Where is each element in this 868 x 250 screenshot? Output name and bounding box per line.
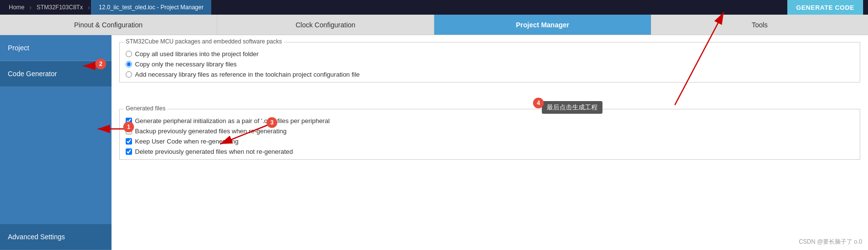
tab-clock[interactable]: Clock Configuration — [217, 15, 434, 35]
breadcrumb-arrow-2: › — [88, 3, 90, 11]
watermark: CSDN @要长脑子了 o.0 — [799, 238, 862, 246]
annotation-badge-3: 3 — [267, 117, 277, 128]
breadcrumb-chip[interactable]: STM32F103C8Tx — [33, 4, 87, 11]
generate-code-button[interactable]: GENERATE CODE — [787, 0, 863, 15]
breadcrumb-home[interactable]: Home — [5, 4, 28, 11]
checkbox-delete-prev-input[interactable] — [126, 148, 132, 155]
breadcrumb-project[interactable]: 12.0_iic_test_oled.ioc - Project Manager — [91, 0, 211, 15]
tab-project-manager[interactable]: Project Manager — [434, 15, 651, 35]
generated-section-title: Generated files — [124, 105, 167, 112]
radio-add-reference[interactable]: Add necessary library files as reference… — [126, 71, 854, 78]
tooltip-generate: 最后点击生成工程 — [542, 101, 602, 114]
radio-copy-necessary-label: Copy only the necessary library files — [135, 61, 237, 68]
generated-files-section: Generated files Generate peripheral init… — [119, 109, 860, 160]
radio-copy-necessary[interactable]: Copy only the necessary library files — [126, 61, 854, 68]
checkbox-backup-files-label: Backup previously generated files when r… — [135, 127, 287, 135]
sidebar-item-advanced-settings[interactable]: Advanced Settings — [0, 224, 111, 250]
sidebar: Project Code Generator Advanced Settings — [0, 35, 111, 250]
checkbox-keep-user-code-label: Keep User Code when re-generating — [135, 138, 239, 145]
sidebar-item-project[interactable]: Project — [0, 35, 111, 61]
checkbox-delete-prev[interactable]: Delete previously generated files when n… — [126, 148, 854, 155]
radio-copy-all-label: Copy all used libraries into the project… — [135, 50, 259, 58]
content-area: STM32Cube MCU packages and embedded soft… — [111, 35, 868, 250]
checkbox-group: Generate peripheral initialization as a … — [126, 113, 854, 155]
radio-copy-all-input[interactable] — [126, 51, 132, 57]
checkbox-gen-peripheral-label: Generate peripheral initialization as a … — [135, 117, 330, 125]
checkbox-backup-files[interactable]: Backup previously generated files when r… — [126, 127, 854, 135]
radio-add-reference-input[interactable] — [126, 71, 132, 78]
radio-add-reference-label: Add necessary library files as reference… — [135, 71, 360, 78]
radio-group: Copy all used libraries into the project… — [126, 46, 854, 78]
main-layout: Project Code Generator Advanced Settings… — [0, 35, 868, 250]
section-divider — [111, 88, 868, 103]
tab-tools[interactable]: Tools — [651, 15, 868, 35]
tab-pinout[interactable]: Pinout & Configuration — [0, 15, 217, 35]
breadcrumb-arrow-1: › — [29, 3, 32, 11]
radio-copy-necessary-input[interactable] — [126, 61, 132, 67]
annotation-badge-4: 4 — [533, 98, 544, 108]
mcu-packages-section: STM32Cube MCU packages and embedded soft… — [119, 42, 860, 83]
annotation-badge-2: 2 — [95, 59, 106, 69]
checkbox-keep-user-code-input[interactable] — [126, 138, 132, 145]
nav-tabs: Pinout & Configuration Clock Configurati… — [0, 15, 868, 35]
mcu-section-title: STM32Cube MCU packages and embedded soft… — [124, 38, 284, 45]
top-bar: Home › STM32F103C8Tx › 12.0_iic_test_ole… — [0, 0, 868, 15]
sidebar-item-code-generator[interactable]: Code Generator — [0, 61, 111, 87]
checkbox-gen-peripheral[interactable]: Generate peripheral initialization as a … — [126, 117, 854, 125]
annotation-badge-1: 1 — [123, 122, 134, 132]
radio-copy-all[interactable]: Copy all used libraries into the project… — [126, 50, 854, 58]
checkbox-keep-user-code[interactable]: Keep User Code when re-generating — [126, 138, 854, 145]
checkbox-delete-prev-label: Delete previously generated files when n… — [135, 148, 293, 155]
